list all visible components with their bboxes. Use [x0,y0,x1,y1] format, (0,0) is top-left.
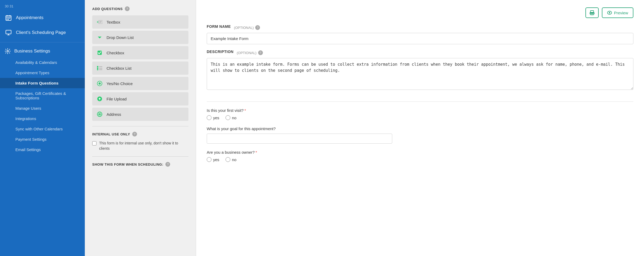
question-3-text: Are you a business owner?* [207,150,633,155]
show-form-label: SHOW THIS FORM WHEN SCHEDULING: [92,162,163,166]
sidebar-item-clients-label: Client's Scheduling Page [16,30,66,35]
file-upload-btn-label: File Upload [107,97,127,101]
monitor-icon [5,29,12,36]
panel-divider [92,126,188,126]
show-form-help[interactable]: ? [165,162,170,167]
svg-rect-6 [9,18,10,19]
checkbox-list-icon [96,65,103,71]
sidebar-item-email-settings[interactable]: Email Settings [0,144,85,155]
sidebar-item-availability[interactable]: Availability & Calendars [0,57,85,68]
file-upload-icon [96,96,103,102]
yes-no-btn-label: Yes/No Choice [107,81,133,86]
sidebar: 30 31 Appointments [0,0,85,256]
sidebar-item-appointments[interactable]: Appointments [0,10,85,25]
top-actions: Preview [207,7,633,18]
description-optional: (OPTIONAL) [237,51,256,55]
svg-point-40 [609,12,610,14]
question-3-options: yes no [207,157,633,162]
business-settings-title[interactable]: Business Settings [0,45,85,57]
internal-use-help[interactable]: ? [132,132,137,136]
checkbox-btn-label: Checkbox [107,51,124,55]
add-questions-label: ADD QUESTIONS [92,7,123,11]
form-name-help[interactable]: ? [255,25,260,30]
form-name-label: FORM NAME [207,24,231,29]
svg-rect-23 [97,69,98,70]
sidebar-item-appointments-label: Appointments [16,15,43,20]
svg-point-28 [99,82,101,85]
form-name-input[interactable] [207,33,633,44]
sidebar-item-payment-settings[interactable]: Payment Settings [0,134,85,144]
internal-use-section: INTERNAL USE ONLY ? This form is for int… [92,132,188,151]
textbox-btn-label: Textbox [107,20,120,24]
question-2-input[interactable] [207,134,392,144]
add-file-upload-btn[interactable]: File Upload [92,92,188,105]
add-checkbox-btn[interactable]: Checkbox [92,46,188,59]
question-1-no-radio[interactable] [226,115,230,120]
question-1-required: * [244,108,246,113]
svg-rect-5 [8,18,9,19]
sidebar-item-packages[interactable]: Packages, Gift Certificates & Subscripti… [0,88,85,103]
dropdown-btn-label: Drop Down List [107,35,134,40]
sidebar-item-manage-users[interactable]: Manage Users [0,103,85,113]
main-content: ADD QUESTIONS ? Textbox [85,0,644,256]
question-1-yes[interactable]: yes [207,115,219,120]
preview-btn-label: Preview [614,11,628,15]
svg-rect-7 [7,19,7,20]
svg-marker-19 [98,37,102,38]
svg-rect-35 [590,11,594,12]
form-name-optional: (OPTIONAL) [234,26,254,30]
question-3-required: * [255,150,257,155]
add-checkbox-list-btn[interactable]: Checkbox List [92,61,188,75]
sidebar-item-sync-calendars[interactable]: Sync with Other Calendars [0,124,85,134]
sidebar-date: 30 31 [0,3,85,10]
add-address-btn[interactable]: Address [92,108,188,121]
question-1-text: Is this your first visit?* [207,108,633,113]
description-help[interactable]: ? [258,50,263,55]
description-label-row: DESCRIPTION (OPTIONAL) ? [207,50,633,56]
show-form-section: SHOW THIS FORM WHEN SCHEDULING: ? [92,162,188,167]
left-panel: ADD QUESTIONS ? Textbox [85,0,196,256]
question-3-yes[interactable]: yes [207,157,219,162]
form-divider [207,101,633,102]
textbox-icon [96,19,103,25]
question-1: Is this your first visit?* yes no [207,108,633,120]
print-btn[interactable] [585,7,599,18]
show-form-header: SHOW THIS FORM WHEN SCHEDULING: ? [92,162,188,167]
internal-use-label: INTERNAL USE ONLY [92,132,130,136]
business-settings-sub-items: Availability & Calendars Appointment Typ… [0,57,85,155]
question-3-no[interactable]: no [226,157,236,162]
right-panel: Preview FORM NAME (OPTIONAL) ? DESCRIPTI… [196,0,644,256]
question-2-text: What is your goal for this appointment? [207,126,633,131]
question-3-yes-radio[interactable] [207,157,211,162]
add-questions-help[interactable]: ? [125,6,130,11]
print-icon [590,10,594,15]
internal-use-checkbox[interactable] [92,141,96,145]
sidebar-item-clients-scheduling[interactable]: Client's Scheduling Page [0,25,85,40]
preview-btn[interactable]: Preview [602,7,633,18]
form-name-label-row: FORM NAME (OPTIONAL) ? [207,24,633,31]
panel-divider-2 [92,156,188,157]
settings-icon [5,48,11,54]
sidebar-item-intake-form[interactable]: Intake Form Questions [0,78,85,88]
svg-rect-4 [7,18,7,19]
address-icon [96,111,103,117]
question-1-options: yes no [207,115,633,120]
sidebar-top: 30 31 Appointments [0,0,85,42]
business-settings-label: Business Settings [14,48,50,54]
question-3-no-radio[interactable] [226,157,230,162]
internal-use-checkbox-label: This form is for internal use only, don'… [99,141,188,151]
sidebar-item-integrations[interactable]: Integrations [0,113,85,124]
address-btn-label: Address [107,112,121,117]
svg-rect-13 [97,21,98,22]
description-textarea[interactable]: This is an example intake form. Forms ca… [207,58,633,90]
question-3: Are you a business owner?* yes no [207,150,633,162]
add-yes-no-btn[interactable]: Yes/No Choice [92,77,188,90]
question-1-yes-radio[interactable] [207,115,211,120]
add-textbox-btn[interactable]: Textbox [92,15,188,29]
sidebar-item-appointment-types[interactable]: Appointment Types [0,68,85,78]
question-1-no[interactable]: no [226,115,236,120]
svg-rect-8 [8,19,9,20]
svg-rect-21 [97,66,98,67]
description-label: DESCRIPTION [207,50,233,54]
add-dropdown-btn[interactable]: Drop Down List [92,31,188,44]
